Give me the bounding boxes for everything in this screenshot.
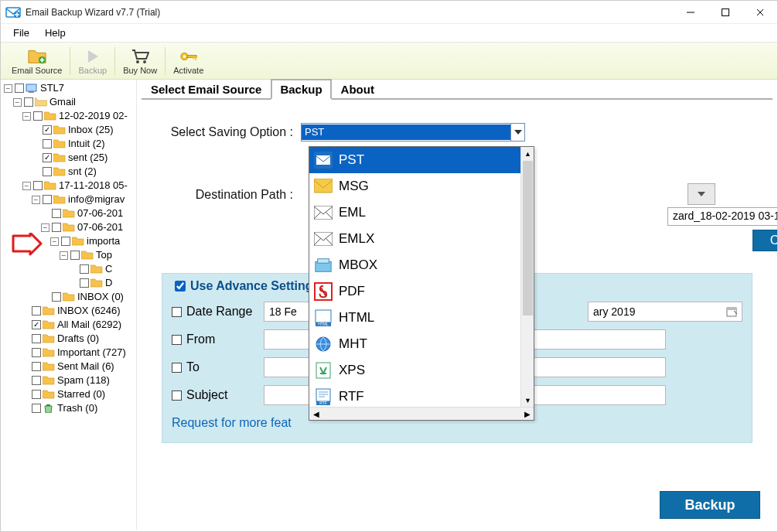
tree-row[interactable]: −info@migrav	[4, 193, 135, 206]
menu-file[interactable]: File	[5, 26, 37, 40]
dropdown-option-pst[interactable]: PST	[309, 147, 534, 173]
checkbox[interactable]	[52, 223, 61, 232]
collapse-icon[interactable]: −	[41, 223, 49, 232]
checkbox-from[interactable]	[172, 335, 182, 345]
collapse-icon[interactable]: −	[22, 112, 31, 121]
scroll-up-icon[interactable]: ▲	[521, 147, 534, 160]
tree-row[interactable]: snt (2)	[4, 165, 135, 179]
close-button[interactable]	[742, 1, 777, 24]
chevron-down-icon[interactable]	[510, 124, 524, 141]
menu-help[interactable]: Help	[37, 26, 73, 40]
svg-point-7	[136, 60, 139, 63]
dropdown-option-emlx[interactable]: EMLX	[309, 226, 534, 252]
checkbox-date-range[interactable]	[172, 307, 182, 317]
saving-option-dropdown[interactable]: PST MSG EML EMLX MBOX	[309, 146, 534, 421]
tree-row[interactable]: Sent Mail (6)	[4, 360, 135, 373]
checkbox[interactable]: ✓	[32, 320, 41, 329]
checkbox[interactable]	[32, 334, 41, 343]
checkbox[interactable]	[32, 306, 41, 315]
tree-row[interactable]: Trash (0)	[4, 401, 135, 415]
checkbox[interactable]	[43, 195, 52, 204]
tree-row[interactable]: D	[4, 276, 135, 290]
tree-row[interactable]: INBOX (0)	[4, 290, 135, 304]
tree-row[interactable]: ✓All Mail (6292)	[4, 318, 135, 332]
collapse-icon[interactable]: −	[32, 196, 40, 204]
checkbox[interactable]	[70, 251, 80, 260]
collapse-icon[interactable]: −	[13, 98, 22, 107]
tree-row[interactable]: C	[4, 262, 135, 276]
checkbox[interactable]	[80, 264, 89, 274]
checkbox[interactable]	[32, 348, 41, 357]
checkbox[interactable]	[33, 111, 43, 121]
dropdown-scrollbar-v[interactable]: ▲ ▼	[520, 147, 534, 407]
checkbox[interactable]	[43, 167, 52, 176]
checkbox[interactable]: ✓	[43, 153, 52, 162]
checkbox[interactable]	[52, 292, 61, 302]
tree-row[interactable]: −12-02-2019 02-	[4, 109, 135, 123]
advance-checkbox[interactable]	[175, 281, 186, 292]
toolbar-email-source[interactable]: Email Source	[5, 43, 68, 79]
dropdown-option-eml[interactable]: EML	[309, 200, 534, 226]
tree-row[interactable]: Drafts (0)	[4, 332, 135, 346]
date-to-picker[interactable]: ary 2019	[588, 302, 742, 322]
checkbox[interactable]	[32, 376, 41, 385]
checkbox[interactable]	[43, 139, 52, 148]
destination-path-input[interactable]: zard_18-02-2019 03-13.pst	[667, 207, 778, 226]
dropdown-option-msg[interactable]: MSG	[309, 173, 534, 200]
tab-about[interactable]: About	[332, 79, 384, 100]
saving-option-select[interactable]: PST	[301, 123, 525, 142]
calendar-icon[interactable]	[726, 306, 737, 317]
tree-row[interactable]: ✓sent (25)	[4, 151, 135, 165]
checkbox[interactable]	[24, 97, 33, 107]
toolbar-buy-now[interactable]: Buy Now	[117, 43, 163, 79]
toolbar-activate[interactable]: Activate	[167, 43, 210, 79]
dropdown-scrollbar-h[interactable]: ◀ ▶	[309, 407, 534, 420]
dropdown-option-mht[interactable]: MHT	[309, 331, 534, 357]
change-button[interactable]: Change...	[752, 230, 778, 251]
collapse-icon[interactable]: −	[50, 237, 59, 246]
tab-backup[interactable]: Backup	[271, 79, 331, 100]
checkbox[interactable]	[33, 181, 43, 190]
backup-button[interactable]: Backup	[660, 491, 760, 519]
checkbox[interactable]	[61, 237, 70, 246]
tree-row[interactable]: INBOX (6246)	[4, 304, 135, 318]
scroll-thumb[interactable]	[523, 161, 533, 315]
scroll-right-icon[interactable]: ▶	[520, 408, 534, 421]
checkbox[interactable]	[32, 362, 41, 371]
tree-row[interactable]: Intuit (2)	[4, 137, 135, 151]
date-from-picker[interactable]: 18 Fe	[264, 302, 310, 322]
tree-row[interactable]: −17-11-2018 05-	[4, 179, 135, 193]
tree-row[interactable]: −Gmail	[4, 95, 135, 109]
maximize-button[interactable]	[708, 1, 742, 24]
dropdown-option-rtf[interactable]: RTF RTF	[309, 384, 534, 407]
checkbox[interactable]	[52, 209, 61, 218]
scroll-down-icon[interactable]: ▼	[521, 394, 534, 407]
scroll-left-icon[interactable]: ◀	[309, 408, 322, 421]
collapse-icon[interactable]: −	[22, 182, 31, 190]
tree-row[interactable]: Spam (118)	[4, 373, 135, 387]
checkbox-subject[interactable]	[172, 390, 182, 401]
dropdown-option-html[interactable]: HTML HTML	[309, 305, 534, 331]
dropdown-option-mbox[interactable]: MBOX	[309, 252, 534, 278]
split-combo-button[interactable]	[688, 183, 715, 205]
collapse-icon[interactable]: −	[60, 251, 68, 260]
tree-row[interactable]: Important (727)	[4, 346, 135, 360]
toolbar-backup[interactable]: Backup	[72, 43, 113, 79]
tree-row[interactable]: ✓Inbox (25)	[4, 123, 135, 137]
checkbox[interactable]	[32, 404, 41, 413]
collapse-icon[interactable]: −	[4, 84, 12, 93]
tree-row[interactable]: 07-06-201	[4, 206, 135, 220]
checkbox-to[interactable]	[172, 363, 182, 373]
dropdown-option-pdf[interactable]: PDF	[309, 278, 534, 305]
tab-select-email-source[interactable]: Select Email Source	[142, 79, 271, 100]
tree-row[interactable]: −STL7	[4, 81, 135, 95]
dropdown-option-xps[interactable]: XPS	[309, 357, 534, 384]
minimize-button[interactable]	[673, 1, 708, 24]
checkbox[interactable]	[15, 84, 24, 93]
tree-row[interactable]: Starred (0)	[4, 387, 135, 401]
folder-tree[interactable]: −STL7 −Gmail −12-02-2019 02- ✓Inbox (25)…	[1, 80, 137, 530]
checkbox[interactable]	[32, 390, 41, 399]
checkbox[interactable]	[80, 278, 89, 288]
checkbox[interactable]: ✓	[43, 125, 52, 135]
toolbar: Email Source Backup Buy Now Activate	[1, 43, 777, 80]
